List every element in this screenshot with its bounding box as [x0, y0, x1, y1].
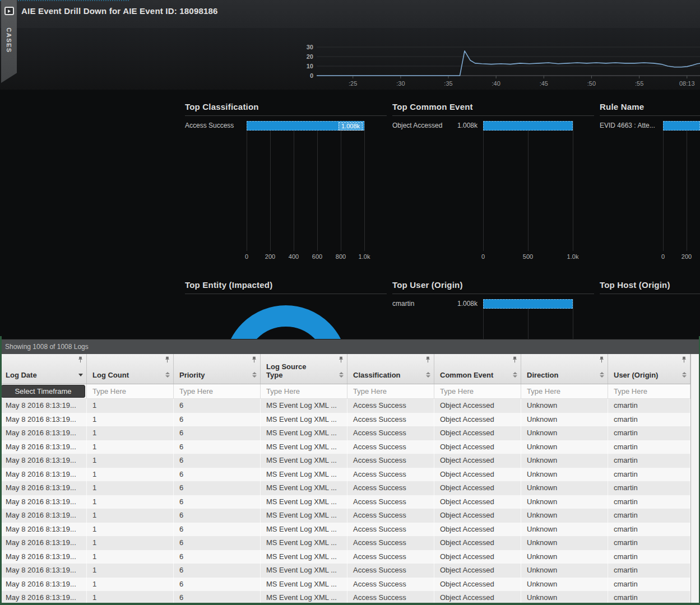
- pin-icon[interactable]: [165, 356, 170, 363]
- table-cell: 6: [174, 536, 261, 550]
- filter-input-classification[interactable]: [347, 387, 434, 395]
- sort-toggle-icon[interactable]: [339, 372, 344, 378]
- pin-icon[interactable]: [599, 356, 604, 363]
- table-row[interactable]: May 8 2016 8:13:19...16MS Event Log XML …: [0, 578, 690, 592]
- table-cell: MS Event Log XML ...: [261, 509, 347, 523]
- table-cell: MS Event Log XML ...: [261, 523, 347, 537]
- filter-input-user-origin[interactable]: [608, 387, 690, 395]
- pin-icon[interactable]: [425, 356, 430, 363]
- table-row[interactable]: May 8 2016 8:13:19...16MS Event Log XML …: [0, 536, 690, 550]
- cases-tab[interactable]: CASES: [1, 0, 17, 83]
- bar-cmartin[interactable]: [483, 299, 573, 309]
- table-cell: May 8 2016 8:13:19...: [0, 440, 87, 454]
- table-cell: 1: [87, 413, 174, 427]
- table-row[interactable]: May 8 2016 8:13:19...16MS Event Log XML …: [0, 426, 690, 440]
- column-header-log-source-type[interactable]: Log Source Type: [261, 354, 347, 384]
- filter-input-direction[interactable]: [521, 387, 608, 395]
- table-cell: May 8 2016 8:13:19...: [0, 481, 87, 495]
- filter-input-log-count[interactable]: [87, 387, 173, 395]
- table-cell: cmartin: [608, 509, 690, 523]
- column-header-classification[interactable]: Classification: [347, 354, 434, 384]
- table-cell: May 8 2016 8:13:19...: [0, 495, 87, 509]
- table-cell: cmartin: [608, 495, 690, 509]
- play-icon[interactable]: [4, 7, 14, 15]
- table-cell: 1: [87, 440, 174, 454]
- gridline: [528, 121, 529, 251]
- table-cell: May 8 2016 8:13:19...: [0, 399, 87, 413]
- table-cell: Unknown: [521, 454, 608, 468]
- axis-tick-label: 200: [265, 253, 275, 260]
- sort-toggle-icon[interactable]: [513, 372, 517, 378]
- column-header-user-origin[interactable]: User (Origin): [608, 354, 690, 384]
- table-row[interactable]: May 8 2016 8:13:19...16MS Event Log XML …: [0, 481, 690, 495]
- bar-evid-4663[interactable]: [663, 121, 700, 131]
- sort-toggle-icon[interactable]: [252, 372, 257, 378]
- filter-cell-priority: [174, 384, 261, 398]
- table-cell: cmartin: [608, 523, 690, 537]
- table-cell: MS Event Log XML ...: [261, 440, 347, 454]
- chart-title-top-user: Top User (Origin): [392, 280, 594, 294]
- table-row[interactable]: May 8 2016 8:13:19...16MS Event Log XML …: [0, 509, 690, 523]
- table-row[interactable]: May 8 2016 8:13:19...16MS Event Log XML …: [0, 413, 690, 427]
- table-row[interactable]: May 8 2016 8:13:19...16MS Event Log XML …: [0, 468, 690, 482]
- bar-value-label: 1.008k: [457, 299, 478, 339]
- column-header-direction[interactable]: Direction: [521, 354, 608, 384]
- table-cell: Object Accessed: [434, 481, 521, 495]
- gridline: [247, 121, 247, 251]
- table-cell: cmartin: [608, 564, 690, 578]
- pin-icon[interactable]: [512, 356, 517, 363]
- donut-chart[interactable]: [221, 305, 350, 339]
- pin-icon[interactable]: [339, 356, 344, 363]
- filter-input-log-source-type[interactable]: [261, 387, 347, 395]
- table-cell: 6: [174, 523, 261, 537]
- column-header-priority[interactable]: Priority: [174, 354, 261, 384]
- table-row[interactable]: May 8 2016 8:13:19...16MS Event Log XML …: [0, 495, 690, 509]
- sort-toggle-icon[interactable]: [682, 372, 687, 378]
- axis-tick-label: 0: [245, 253, 248, 260]
- pin-icon[interactable]: [682, 356, 687, 363]
- table-cell: 6: [174, 399, 261, 413]
- table-cell: Object Accessed: [434, 550, 521, 564]
- table-row[interactable]: May 8 2016 8:13:19...16MS Event Log XML …: [0, 440, 690, 454]
- table-row[interactable]: May 8 2016 8:13:19...16MS Event Log XML …: [0, 564, 690, 578]
- table-row[interactable]: May 8 2016 8:13:19...16MS Event Log XML …: [0, 454, 690, 468]
- bar-access-success[interactable]: 1.008k: [247, 121, 364, 131]
- timeline-chart: 0102030:25:30:35:40:45:50:5508:13: [283, 44, 700, 90]
- pin-icon[interactable]: [252, 356, 257, 363]
- sort-toggle-icon[interactable]: [426, 372, 430, 378]
- table-cell: Unknown: [521, 564, 608, 578]
- table-cell: Object Accessed: [434, 564, 521, 578]
- table-cell: May 8 2016 8:13:19...: [0, 426, 87, 440]
- aie-drilldown-window: CASES AIE Event Drill Down for AIE Event…: [0, 0, 700, 605]
- table-cell: MS Event Log XML ...: [261, 495, 347, 509]
- filter-input-priority[interactable]: [174, 387, 260, 395]
- bar-object-accessed[interactable]: [483, 121, 573, 131]
- table-cell: 6: [174, 495, 261, 509]
- table-row[interactable]: May 8 2016 8:13:19...16MS Event Log XML …: [0, 523, 690, 537]
- table-row[interactable]: May 8 2016 8:13:19...16MS Event Log XML …: [0, 550, 690, 564]
- upper-region: 0102030:25:30:35:40:45:50:5508:13: [0, 28, 700, 90]
- table-cell: 1: [87, 468, 174, 482]
- pin-icon[interactable]: [78, 356, 83, 363]
- table-cell: Unknown: [521, 550, 608, 564]
- timeline-svg: 0102030:25:30:35:40:45:50:5508:13: [283, 44, 700, 90]
- table-cell: 1: [87, 426, 174, 440]
- table-cell: Access Success: [347, 426, 434, 440]
- table-cell: Access Success: [347, 481, 434, 495]
- sort-toggle-icon[interactable]: [165, 372, 170, 378]
- sort-desc-icon[interactable]: [78, 374, 83, 376]
- table-cell: Access Success: [347, 413, 434, 427]
- table-cell: 6: [174, 440, 261, 454]
- filter-input-common-event[interactable]: [434, 387, 521, 395]
- bar-category-label: Access Success: [185, 122, 234, 129]
- column-header-log-count[interactable]: Log Count: [87, 354, 174, 384]
- table-cell: Unknown: [521, 399, 608, 413]
- sort-toggle-icon[interactable]: [600, 372, 604, 378]
- table-cell: Unknown: [521, 495, 608, 509]
- column-header-log-date[interactable]: Log Date: [0, 354, 87, 384]
- table-row[interactable]: May 8 2016 8:13:19...16MS Event Log XML …: [0, 399, 690, 413]
- column-header-common-event[interactable]: Common Event: [434, 354, 521, 384]
- table-header: Log DateLog CountPriorityLog Source Type…: [0, 354, 690, 384]
- table-cell: Access Success: [347, 550, 434, 564]
- select-timeframe-button[interactable]: Select Timeframe: [1, 385, 85, 398]
